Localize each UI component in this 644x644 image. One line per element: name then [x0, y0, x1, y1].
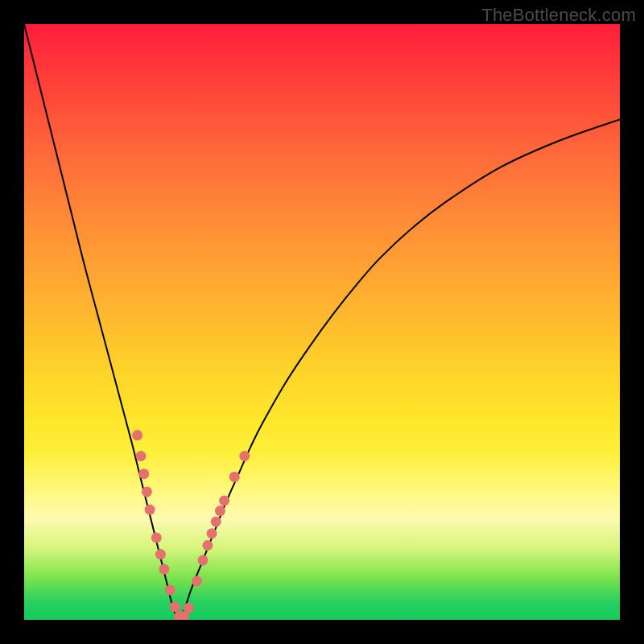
curve-svg: [24, 24, 620, 620]
data-point: [211, 516, 221, 526]
data-point: [142, 486, 152, 497]
data-point: [192, 576, 202, 586]
data-point: [198, 555, 208, 566]
data-point: [170, 601, 180, 612]
data-point: [239, 451, 250, 461]
data-point: [138, 469, 149, 479]
data-point: [155, 549, 166, 559]
data-point: [215, 506, 225, 516]
data-point: [229, 472, 240, 482]
data-point: [184, 603, 194, 613]
data-point: [202, 540, 213, 551]
plot-area: [24, 24, 620, 620]
data-point: [145, 505, 155, 515]
data-point: [219, 496, 229, 506]
watermark-text: TheBottleneck.com: [481, 5, 636, 26]
data-point: [132, 430, 142, 440]
bottleneck-curve: [24, 24, 620, 620]
chart-frame: TheBottleneck.com: [0, 0, 644, 644]
data-point: [207, 528, 217, 539]
data-point: [136, 451, 147, 461]
data-point: [151, 532, 162, 543]
data-point: [159, 564, 169, 575]
data-point: [165, 585, 175, 596]
